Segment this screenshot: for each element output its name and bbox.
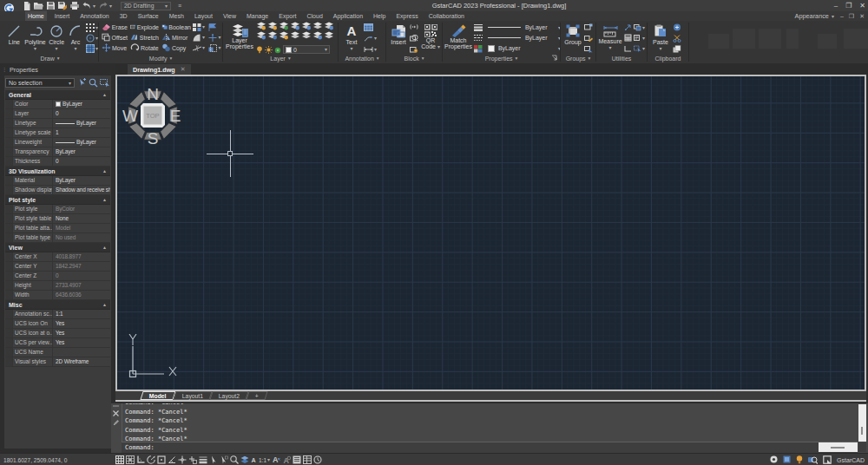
collapse-icon[interactable]: ▲ [102,302,107,307]
ribbon-tab[interactable]: Cloud [305,11,326,21]
area-button[interactable]: ▾ [634,23,645,32]
property-value[interactable]: ByLayer [53,100,110,108]
bulb-icon[interactable] [796,455,803,465]
insert-button[interactable]: Insert [388,22,409,54]
property-value[interactable]: 0 [53,109,110,118]
zoom-window-icon[interactable] [89,75,98,91]
ribbon-tab[interactable]: Insert [52,11,73,21]
modify-panel-label[interactable]: Modify ▾ [99,54,222,62]
layer-tool-icon[interactable] [301,22,312,30]
command-vscrollbar[interactable] [858,404,866,442]
layer-select[interactable]: 0 ▾ [283,45,330,54]
layer-tool-icon[interactable] [324,22,334,30]
property-value[interactable]: 2D Wireframe [53,357,110,366]
hatch-button[interactable]: ▾ [86,44,98,54]
gear-icon[interactable] [770,455,778,464]
property-value[interactable] [53,348,110,357]
layer-tool-icon[interactable] [267,31,278,40]
annotation-visibility-icon[interactable]: A [282,455,291,465]
property-value[interactable]: No used [53,233,110,242]
property-value[interactable]: Model [53,224,110,232]
view-cube-south[interactable]: S [148,129,159,147]
collapse-icon[interactable]: ▲ [102,168,107,174]
collapse-icon[interactable]: ▲ [102,245,107,250]
property-value[interactable]: Shadow and receive sh... [53,186,110,194]
palette-section-header[interactable]: Misc▲ [5,300,110,310]
property-value[interactable]: Yes [53,338,110,347]
palette-grip-icon[interactable]: ⋮ [2,69,7,71]
polar-icon[interactable] [147,455,155,465]
property-value[interactable]: 1:1 [53,310,110,318]
draw-panel-label[interactable]: Draw ▾ [2,54,98,62]
appearance-menu[interactable]: Appearance ▾ [795,12,834,20]
list-icon[interactable] [293,455,301,465]
layer-tool-icon[interactable] [256,31,266,40]
property-value[interactable]: ByLayer [53,147,110,156]
cycle-select-icon[interactable] [220,455,228,465]
property-value[interactable]: 2733.4907 [53,281,110,290]
palette-section-header[interactable]: General▲ [5,90,110,100]
view-cube-east[interactable]: E [170,107,181,125]
doc-close-button[interactable]: ✕ [859,13,865,20]
otrack-icon[interactable] [178,455,187,465]
layer-tool-icon[interactable] [290,22,300,30]
property-value[interactable]: ByLayer [53,138,110,147]
frame-icon[interactable] [823,455,832,465]
plot-icon[interactable] [70,1,79,10]
copy-clip-icon[interactable] [673,23,681,32]
palette-section-header[interactable]: View▲ [5,243,110,252]
command-hscrollbar[interactable] [819,442,858,452]
doc-restore-button[interactable]: ❐ [849,13,854,20]
table-button[interactable] [364,23,377,32]
property-value[interactable]: Yes [53,329,110,337]
collapse-icon[interactable]: ▲ [102,197,107,202]
snapfrom-icon[interactable] [188,455,197,465]
collapse-icon[interactable]: ▲ [102,92,107,97]
offset-button[interactable]: Offset [102,32,128,43]
break-button[interactable]: ▾ [193,43,207,53]
clipboard-panel-label[interactable]: Clipboard [648,54,688,62]
list-button[interactable]: ▾ [634,33,645,43]
leader-button[interactable]: ▾ [364,34,377,43]
boolean-button[interactable]: Boolean [161,22,191,32]
palette-section-header[interactable]: 3D Visualization▲ [5,167,110,176]
id-point-button[interactable] [624,23,632,32]
array-button[interactable]: ▾ [86,23,98,32]
command-close-icon[interactable] [113,410,119,416]
undo-icon[interactable]: ▾ [82,1,95,10]
groups-panel-label[interactable]: Groups ▾ [561,54,595,62]
snap-icon[interactable] [126,455,135,465]
ribbon-tab[interactable]: Surface [135,11,161,21]
property-value[interactable]: 4018.8977 [53,252,110,261]
view-cube[interactable]: TOP N E S W [120,82,186,148]
ribbon-tab[interactable]: Express [393,11,420,21]
property-value[interactable]: ByColor [53,205,110,213]
command-edit-icon[interactable] [113,419,120,426]
property-value[interactable]: Yes [53,319,110,328]
ribbon-tab[interactable]: Collaboration [426,11,467,21]
properties-dialog-launcher-icon[interactable] [551,55,557,62]
blue-panel-icon[interactable] [783,455,791,464]
view-cube-west[interactable]: W [122,107,138,125]
save-as-icon[interactable] [58,1,67,10]
command-prompt[interactable]: Command: [122,442,858,453]
drawing-canvas[interactable]: TOP N E S W [115,75,866,391]
text-button[interactable]: A Text ▾ [342,22,361,54]
scale-button[interactable]: ▾ [208,43,222,53]
quick-calc-button[interactable] [624,33,632,43]
group-button[interactable]: Group [562,22,583,54]
line-button[interactable]: Line [4,22,24,54]
property-value[interactable]: None [53,214,110,223]
utilities-panel-label[interactable]: Utilities [596,54,647,62]
linetype-select[interactable]: ByLayer ▾ [485,33,560,43]
property-value[interactable]: 1 [53,128,110,137]
view-cube-face[interactable]: TOP [141,103,165,128]
table-icon[interactable] [303,455,312,465]
layer-tool-icon[interactable] [256,22,266,30]
layout-tab[interactable]: + [246,391,267,400]
group-select-icon[interactable] [584,44,593,54]
ribbon-tab[interactable]: 3D [117,11,130,21]
cut-icon[interactable] [673,34,681,43]
ribbon-tab[interactable]: Export [276,11,299,21]
layer-tool-icon[interactable] [301,31,312,40]
